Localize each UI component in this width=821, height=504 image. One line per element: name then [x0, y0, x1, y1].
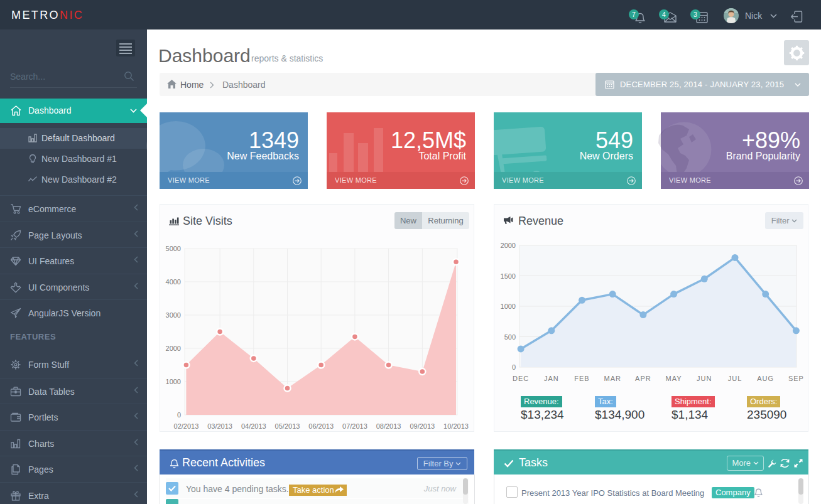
svg-text:4000: 4000 — [166, 278, 181, 286]
svg-text:1500: 1500 — [501, 272, 516, 280]
svg-text:03/2013: 03/2013 — [207, 422, 232, 430]
svg-text:05/2013: 05/2013 — [275, 422, 300, 430]
svg-text:06/2013: 06/2013 — [308, 422, 334, 430]
svg-text:0: 0 — [512, 363, 516, 371]
svg-text:APR: APR — [635, 375, 651, 382]
svg-text:07/2013: 07/2013 — [342, 422, 367, 430]
svg-text:5000: 5000 — [166, 245, 181, 252]
svg-text:DEC: DEC — [513, 375, 529, 382]
svg-text:1000: 1000 — [501, 303, 516, 310]
svg-text:JUL: JUL — [728, 375, 742, 382]
svg-text:04/2013: 04/2013 — [241, 422, 266, 430]
svg-text:MAR: MAR — [604, 375, 621, 382]
svg-text:FEB: FEB — [574, 375, 589, 382]
svg-text:JAN: JAN — [544, 375, 559, 382]
svg-text:0: 0 — [177, 411, 181, 419]
svg-text:1000: 1000 — [166, 378, 181, 385]
svg-text:10/2013: 10/2013 — [443, 422, 469, 430]
svg-text:2000: 2000 — [166, 345, 181, 352]
svg-text:08/2013: 08/2013 — [376, 422, 401, 430]
svg-text:3000: 3000 — [166, 311, 181, 319]
svg-text:MAY: MAY — [666, 375, 682, 382]
svg-text:2000: 2000 — [501, 242, 516, 249]
svg-text:02/2013: 02/2013 — [174, 422, 199, 430]
svg-text:SEP: SEP — [788, 375, 804, 382]
svg-text:JUN: JUN — [697, 375, 712, 382]
svg-text:AUG: AUG — [757, 375, 774, 382]
svg-text:09/2013: 09/2013 — [410, 422, 435, 430]
svg-text:500: 500 — [504, 333, 516, 341]
